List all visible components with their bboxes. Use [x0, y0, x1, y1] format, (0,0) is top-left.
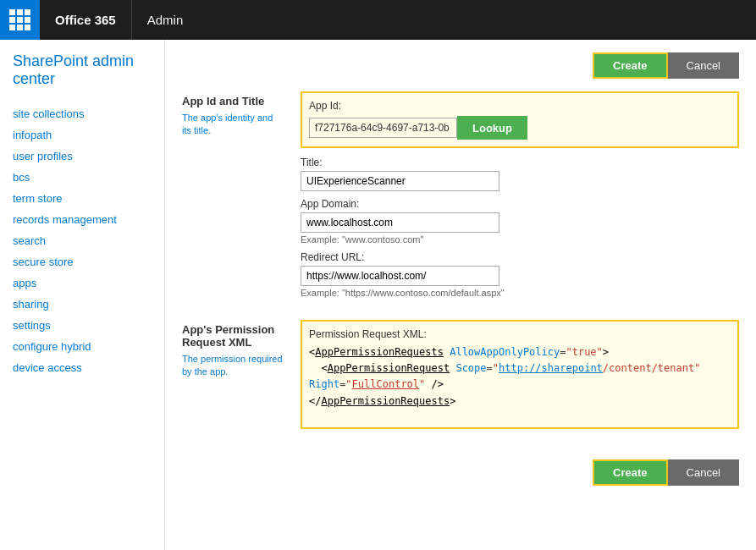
perm-label-col: App's Permission Request XML The permiss… — [182, 320, 284, 429]
app-id-box: App Id: Lookup — [301, 91, 739, 148]
sidebar-item-secure-store[interactable]: secure store — [13, 251, 164, 272]
sidebar-item-search[interactable]: search — [13, 230, 164, 251]
sidebar-item-configure-hybrid[interactable]: configure hybrid — [13, 336, 164, 357]
domain-input[interactable] — [301, 212, 499, 233]
app-title: Office 365 — [40, 0, 132, 40]
sidebar-item-device-access[interactable]: device access — [13, 357, 164, 378]
xml-val-right: "FullControl" — [345, 378, 425, 390]
sidebar-item-sharing[interactable]: sharing — [13, 294, 164, 315]
xml-attr-right: Right — [309, 378, 339, 390]
create-button-top[interactable]: Create — [593, 52, 667, 79]
sidebar-item-user-profiles[interactable]: user profiles — [13, 146, 164, 167]
perm-field-content: Permission Request XML: <AppPermissionRe… — [301, 320, 739, 429]
sidebar-item-site-collections[interactable]: site collections — [13, 103, 164, 124]
app-id-label-main: App Id and Title — [182, 95, 284, 107]
cancel-button-bottom[interactable]: Cancel — [668, 459, 739, 486]
xml-line1-tag: <AppPermissionRequests — [309, 346, 444, 358]
lookup-button[interactable]: Lookup — [457, 116, 527, 140]
xml-attr-allow: AllowAppOnlyPolicy — [450, 346, 560, 358]
sidebar-item-term-store[interactable]: term store — [13, 188, 164, 209]
xml-val-scope: "http://sharepoint/content/tenant" — [493, 362, 701, 374]
sidebar-item-infopath[interactable]: infopath — [13, 124, 164, 146]
redirect-example: Example: "https://www.contoso.com/defaul… — [301, 288, 739, 298]
app-id-label-desc: The app's identity and its title. — [182, 112, 284, 138]
perm-xml-box: Permission Request XML: <AppPermissionRe… — [301, 320, 739, 429]
sidebar-item-settings[interactable]: settings — [13, 315, 164, 336]
sidebar: SharePoint admin center site collections… — [0, 40, 165, 550]
grid-icon-container[interactable] — [0, 0, 40, 40]
perm-xml-label: Permission Request XML: — [309, 328, 731, 340]
redirect-label: Redirect URL: — [301, 251, 739, 263]
app-id-row: Lookup — [309, 116, 731, 140]
form-area: App Id and Title The app's identity and … — [182, 91, 739, 444]
xml-val-true: "true" — [566, 346, 602, 358]
redirect-field-group: Redirect URL: Example: "https://www.cont… — [301, 251, 739, 298]
app-id-section: App Id and Title The app's identity and … — [182, 91, 739, 305]
topbar: Office 365 Admin — [0, 0, 756, 40]
app-grid-icon — [9, 9, 30, 30]
admin-label: Admin — [132, 13, 199, 27]
app-id-label-col: App Id and Title The app's identity and … — [182, 91, 284, 305]
app-id-field-content: App Id: Lookup Title: App Domain: — [301, 91, 739, 305]
perm-label-main: App's Permission Request XML — [182, 323, 284, 349]
redirect-input[interactable] — [301, 266, 499, 286]
xml-line2-tag: <AppPermissionRequest — [321, 362, 450, 374]
perm-xml-content: <AppPermissionRequests AllowAppOnlyPolic… — [309, 344, 731, 421]
create-button-bottom[interactable]: Create — [593, 459, 667, 486]
perm-section: App's Permission Request XML The permiss… — [182, 320, 739, 429]
xml-attr-scope: Scope — [455, 362, 486, 374]
sidebar-item-records-management[interactable]: records management — [13, 209, 164, 230]
xml-line3-tag: </AppPermissionRequests> — [309, 395, 455, 407]
bottom-toolbar: Create Cancel — [182, 444, 739, 486]
domain-example: Example: "www.contoso.com" — [301, 234, 739, 245]
domain-field-group: App Domain: Example: "www.contoso.com" — [301, 198, 739, 245]
top-toolbar: Create Cancel — [182, 40, 739, 91]
app-id-input[interactable] — [309, 118, 457, 138]
cancel-button-top[interactable]: Cancel — [668, 52, 739, 79]
title-field-group: Title: — [301, 157, 739, 191]
title-input[interactable] — [301, 171, 499, 191]
perm-label-desc: The permission required by the app. — [182, 353, 284, 379]
title-label: Title: — [301, 157, 739, 168]
sidebar-item-bcs[interactable]: bcs — [13, 167, 164, 188]
page-title: SharePoint admin center — [13, 52, 164, 88]
domain-label: App Domain: — [301, 198, 739, 210]
main-content: Create Cancel App Id and Title The app's… — [165, 40, 756, 550]
app-id-field-label: App Id: — [309, 100, 731, 112]
page-layout: SharePoint admin center site collections… — [0, 40, 756, 550]
sidebar-item-apps[interactable]: apps — [13, 272, 164, 294]
